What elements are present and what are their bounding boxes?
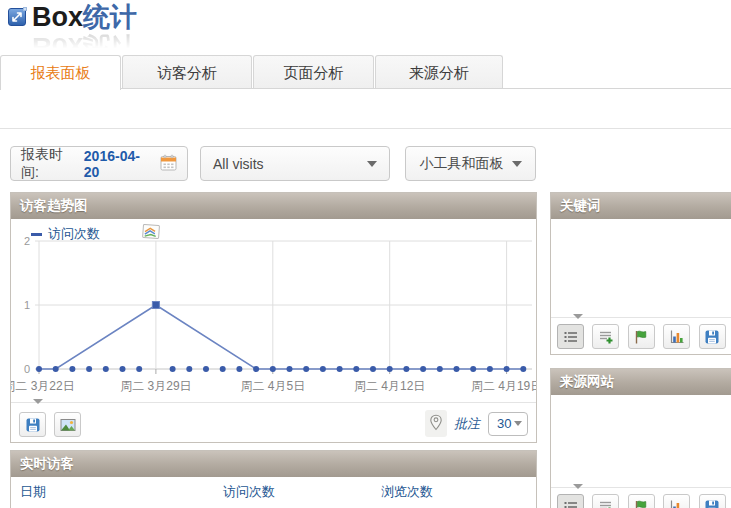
bar-chart-view-icon[interactable] <box>663 324 690 349</box>
brand-blue: 统计 <box>83 2 137 32</box>
box-logo-icon <box>8 8 26 26</box>
segment-selector-value: All visits <box>213 156 264 172</box>
chart-legend: 访问次数 <box>31 224 161 244</box>
annotations-link[interactable]: 批注 <box>454 415 480 433</box>
svg-text:周二 4月5日: 周二 4月5日 <box>240 379 305 393</box>
image-export-icon[interactable] <box>54 412 81 437</box>
visitor-trend-widget-title[interactable]: 访客趋势图 <box>11 193 536 219</box>
keywords-widget: 关键词 <box>550 192 731 355</box>
segment-selector[interactable]: All visits <box>200 146 390 181</box>
legend-series-label: 访问次数 <box>48 225 100 243</box>
export-icon[interactable] <box>19 412 46 437</box>
visitor-trend-widget: 访客趋势图 访问次数 012周二 3月22日周二 3月29日周二 4 <box>10 192 537 443</box>
svg-text:1: 1 <box>24 299 30 311</box>
chart-footer: 批注 30 <box>11 402 536 442</box>
realtime-visitors-widget-title[interactable]: 实时访客 <box>11 451 536 477</box>
annotations-pin-icon[interactable] <box>425 410 447 437</box>
chart-image-icon[interactable] <box>142 224 161 244</box>
column-header-date[interactable]: 日期 <box>11 483 223 501</box>
column-header-visits[interactable]: 访问次数 <box>223 483 381 501</box>
referrer-websites-widget-title[interactable]: 来源网站 <box>551 369 731 395</box>
legend-series-dash <box>31 233 42 236</box>
svg-text:周二 3月29日: 周二 3月29日 <box>120 379 191 393</box>
table-all-columns-icon[interactable] <box>592 324 619 349</box>
bar-chart-view-icon[interactable] <box>663 494 690 508</box>
visitor-trend-chart-area: 访问次数 012周二 3月22日周二 3月29日周二 4月5日周二 4月12日周… <box>11 219 536 403</box>
export-icon[interactable] <box>699 324 726 349</box>
svg-text:2: 2 <box>24 235 30 247</box>
table-all-columns-icon[interactable] <box>592 494 619 508</box>
export-icon[interactable] <box>699 494 726 508</box>
realtime-table-header-row: 日期 访问次数 浏览次数 <box>11 477 536 507</box>
chart-footer-right: 批注 30 <box>425 410 528 437</box>
realtime-visitors-widget: 实时访客 日期 访问次数 浏览次数 <box>10 450 537 508</box>
svg-text:周二 4月12日: 周二 4月12日 <box>354 379 425 393</box>
chevron-down-icon <box>512 161 522 167</box>
footer-expand-handle[interactable] <box>33 399 43 404</box>
toolbar-separator <box>0 128 731 129</box>
main-tab-bar: 报表面板 访客分析 页面分析 来源分析 <box>0 55 731 89</box>
svg-text:0: 0 <box>24 363 30 375</box>
brand-black: Box <box>32 2 83 32</box>
report-date-selector[interactable]: 报表时间: 2016-04-20 <box>10 146 188 181</box>
keywords-footer <box>551 317 731 354</box>
report-date-label: 报表时间: <box>21 146 79 182</box>
column-header-pageviews[interactable]: 浏览次数 <box>381 483 536 501</box>
svg-text:周二 4月19日: 周二 4月19日 <box>471 379 536 393</box>
dashboard-page: Box统计 Box统计 报表面板 访客分析 页面分析 来源分析 报表时间: 20… <box>0 0 731 508</box>
table-view-icon[interactable] <box>557 494 584 508</box>
visitor-trend-svg[interactable]: 012周二 3月22日周二 3月29日周二 4月5日周二 4月12日周二 4月1… <box>11 219 536 403</box>
chevron-down-icon <box>514 421 522 426</box>
footer-expand-handle[interactable] <box>573 314 583 319</box>
tab-report-dashboard[interactable]: 报表面板 <box>0 55 121 90</box>
tab-page-analysis[interactable]: 页面分析 <box>253 55 374 89</box>
report-date-value: 2016-04-20 <box>84 148 153 180</box>
widgets-button-label: 小工具和面板 <box>420 155 504 173</box>
referrer-websites-footer <box>551 487 731 508</box>
row-limit-select[interactable]: 30 <box>488 412 528 436</box>
row-limit-value: 30 <box>497 416 511 431</box>
tab-referrer-analysis[interactable]: 来源分析 <box>375 55 503 89</box>
widgets-and-dashboard-button[interactable]: 小工具和面板 <box>405 146 536 181</box>
calendar-icon <box>160 154 177 174</box>
table-view-icon[interactable] <box>557 324 584 349</box>
goals-flag-icon[interactable] <box>628 494 655 508</box>
footer-expand-handle[interactable] <box>573 484 583 489</box>
logo-corner-decoration <box>23 7 27 11</box>
chevron-down-icon <box>367 161 377 167</box>
goals-flag-icon[interactable] <box>628 324 655 349</box>
keywords-widget-title[interactable]: 关键词 <box>551 193 731 219</box>
referrer-websites-widget: 来源网站 <box>550 368 731 508</box>
svg-text:周二 3月22日: 周二 3月22日 <box>11 379 75 393</box>
tab-visitor-analysis[interactable]: 访客分析 <box>122 55 252 89</box>
